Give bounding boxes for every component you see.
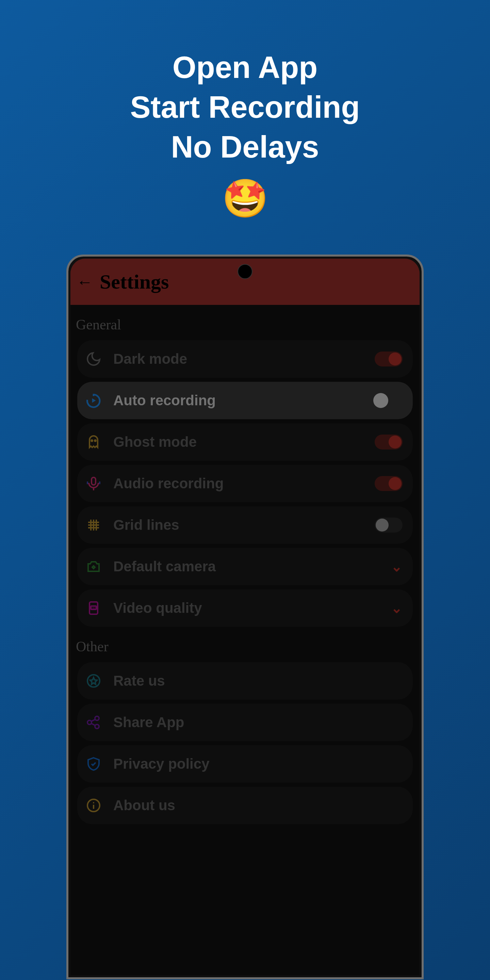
grid-icon	[84, 515, 103, 535]
row-label: Grid lines	[113, 517, 364, 533]
row-auto-recording[interactable]: Auto recording	[77, 382, 413, 419]
auto-recording-toggle[interactable]	[372, 392, 402, 409]
ghost-mode-toggle[interactable]	[375, 434, 402, 450]
row-about-us[interactable]: About us	[77, 787, 413, 824]
svg-marker-0	[92, 398, 96, 403]
svg-point-20	[95, 724, 99, 729]
video-quality-icon: HD	[84, 598, 103, 617]
chevron-down-icon: ⌄	[391, 559, 402, 574]
svg-point-18	[88, 721, 92, 724]
auto-record-icon	[84, 391, 103, 410]
row-share-app[interactable]: Share App	[77, 704, 413, 741]
section-general-label: General	[70, 309, 420, 336]
ghost-icon	[84, 433, 103, 452]
chevron-down-icon: ⌄	[391, 600, 402, 616]
row-video-quality[interactable]: HD Video quality ⌄	[77, 589, 413, 627]
row-label: Share App	[113, 714, 402, 730]
page-title: Settings	[100, 270, 169, 294]
row-label: Rate us	[113, 673, 402, 689]
shield-icon	[84, 754, 103, 773]
svg-line-21	[91, 719, 95, 721]
star-badge-icon	[84, 671, 103, 690]
row-label: Ghost mode	[113, 434, 364, 450]
row-label: Video quality	[113, 600, 381, 616]
row-default-camera[interactable]: Default camera ⌄	[77, 548, 413, 585]
audio-recording-toggle[interactable]	[375, 476, 402, 491]
camera-hole-icon	[237, 264, 253, 279]
phone-screen: ← Settings General Dark mode	[70, 259, 420, 975]
svg-marker-17	[90, 678, 97, 684]
row-label: Dark mode	[113, 351, 364, 367]
star-struck-emoji-icon: 🤩	[222, 174, 269, 223]
phone-side-button-2	[66, 570, 68, 611]
row-audio-recording[interactable]: Audio recording	[77, 465, 413, 502]
back-arrow-icon[interactable]: ←	[76, 272, 93, 291]
camera-icon	[84, 557, 103, 576]
hero-line-3: No Delays	[0, 127, 490, 167]
row-label: Auto recording	[113, 392, 363, 409]
share-icon	[84, 713, 103, 732]
grid-lines-toggle[interactable]	[375, 517, 402, 533]
phone-side-button-1	[66, 406, 68, 447]
hero-line-1: Open App	[0, 48, 490, 88]
svg-text:HD: HD	[92, 606, 95, 609]
svg-point-1	[91, 440, 92, 441]
row-label: Privacy policy	[113, 756, 402, 772]
row-label: About us	[113, 797, 402, 814]
dark-mode-toggle[interactable]	[375, 352, 402, 366]
info-icon	[84, 796, 103, 815]
hero-line-2: Start Recording	[0, 88, 490, 127]
row-ghost-mode[interactable]: Ghost mode	[77, 423, 413, 461]
hero-text: Open App Start Recording No Delays 🤩	[0, 0, 490, 223]
row-rate-us[interactable]: Rate us	[77, 662, 413, 700]
row-grid-lines[interactable]: Grid lines	[77, 506, 413, 544]
microphone-icon	[84, 474, 103, 493]
svg-point-19	[95, 716, 99, 721]
moon-icon	[84, 350, 103, 369]
section-other-label: Other	[70, 631, 420, 658]
row-dark-mode[interactable]: Dark mode	[77, 340, 413, 378]
svg-point-24	[93, 802, 94, 803]
svg-line-22	[91, 724, 95, 725]
svg-point-2	[95, 440, 96, 441]
row-privacy-policy[interactable]: Privacy policy	[77, 745, 413, 783]
svg-rect-3	[92, 477, 95, 485]
settings-content: General Dark mode	[70, 305, 420, 832]
row-label: Default camera	[113, 558, 381, 575]
phone-frame: ← Settings General Dark mode	[66, 255, 424, 979]
row-label: Audio recording	[113, 476, 364, 492]
